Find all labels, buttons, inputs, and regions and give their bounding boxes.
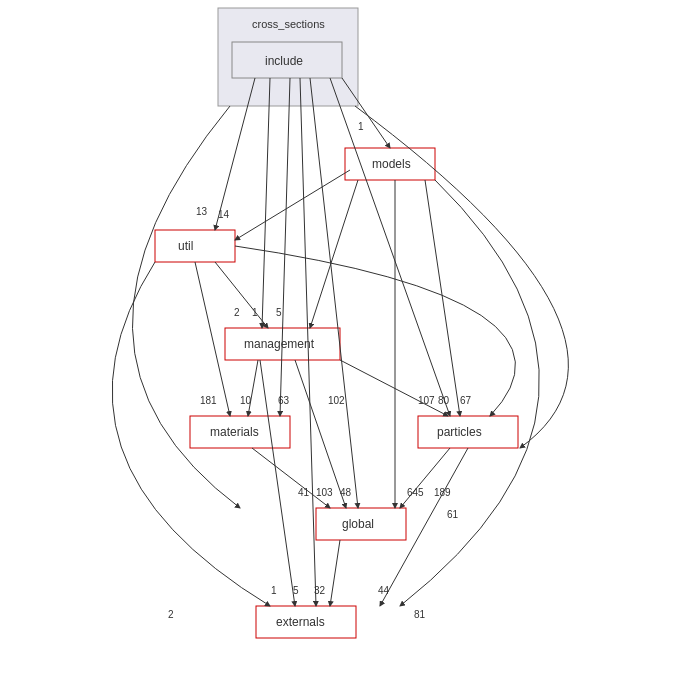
svg-line-20 [215, 78, 255, 230]
svg-text:include: include [265, 54, 303, 68]
svg-text:materials: materials [210, 425, 259, 439]
svg-line-34 [280, 78, 290, 416]
svg-text:44: 44 [378, 585, 390, 596]
svg-line-24 [262, 78, 270, 328]
svg-line-43 [295, 360, 346, 508]
svg-text:81: 81 [414, 609, 426, 620]
svg-line-60 [380, 448, 468, 606]
svg-text:cross_sections: cross_sections [252, 18, 325, 30]
svg-line-45 [252, 448, 330, 508]
svg-text:80: 80 [438, 395, 450, 406]
svg-text:2: 2 [234, 307, 240, 318]
svg-rect-12 [418, 416, 518, 448]
svg-text:1: 1 [271, 585, 277, 596]
svg-text:102: 102 [328, 395, 345, 406]
svg-text:5: 5 [293, 585, 299, 596]
svg-text:107: 107 [418, 395, 435, 406]
svg-line-36 [340, 360, 448, 416]
svg-rect-6 [155, 230, 235, 262]
svg-line-30 [195, 262, 230, 416]
svg-text:10: 10 [240, 395, 252, 406]
svg-line-38 [330, 78, 450, 416]
svg-text:2: 2 [168, 609, 174, 620]
svg-text:32: 32 [314, 585, 326, 596]
svg-rect-14 [316, 508, 406, 540]
svg-rect-10 [190, 416, 290, 448]
svg-text:management: management [244, 337, 315, 351]
svg-line-47 [310, 78, 358, 508]
svg-line-40 [425, 180, 460, 416]
svg-rect-16 [256, 606, 356, 638]
svg-rect-2 [232, 42, 342, 78]
svg-line-22 [235, 170, 350, 240]
svg-text:41: 41 [298, 487, 310, 498]
svg-text:14: 14 [218, 209, 230, 220]
svg-text:67: 67 [460, 395, 472, 406]
svg-text:189: 189 [434, 487, 451, 498]
svg-line-54 [260, 360, 295, 606]
svg-text:1: 1 [252, 307, 258, 318]
svg-line-58 [300, 78, 316, 606]
svg-text:global: global [342, 517, 374, 531]
svg-text:61: 61 [447, 509, 459, 520]
graph-container: cross_sections include models util manag… [0, 0, 691, 681]
svg-text:181: 181 [200, 395, 217, 406]
svg-line-26 [215, 262, 268, 328]
svg-text:particles: particles [437, 425, 482, 439]
svg-text:externals: externals [276, 615, 325, 629]
svg-line-18 [342, 78, 390, 148]
svg-text:103: 103 [316, 487, 333, 498]
svg-text:48: 48 [340, 487, 352, 498]
svg-line-56 [330, 540, 340, 606]
svg-line-28 [310, 180, 358, 328]
svg-text:util: util [178, 239, 193, 253]
svg-rect-8 [225, 328, 340, 360]
edges-svg: cross_sections include models util manag… [0, 0, 691, 681]
svg-text:models: models [372, 157, 411, 171]
svg-text:63: 63 [278, 395, 290, 406]
svg-rect-0 [218, 8, 358, 106]
svg-line-32 [248, 360, 258, 416]
svg-line-49 [400, 448, 450, 508]
svg-text:1: 1 [358, 121, 364, 132]
svg-text:13: 13 [196, 206, 208, 217]
svg-text:645: 645 [407, 487, 424, 498]
svg-rect-4 [345, 148, 435, 180]
svg-text:5: 5 [276, 307, 282, 318]
